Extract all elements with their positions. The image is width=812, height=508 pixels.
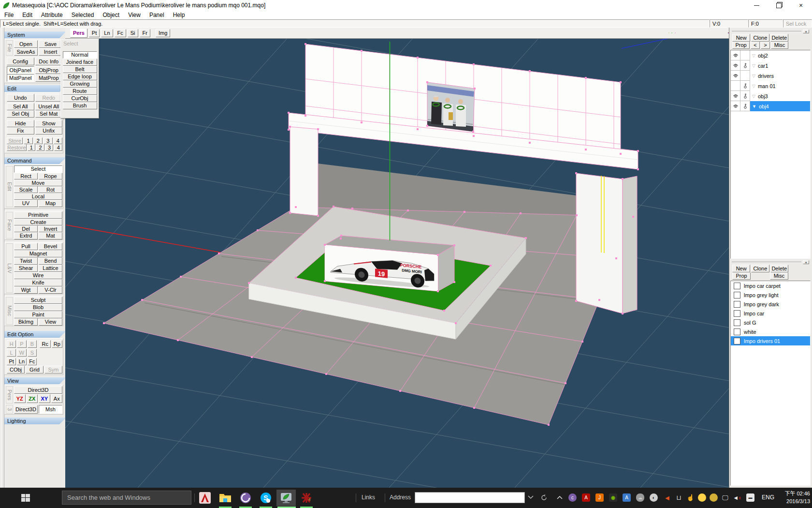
menu-file[interactable]: File (0, 11, 18, 19)
view2-group-tab[interactable]: 3 (6, 405, 13, 414)
rope-button[interactable]: Rope (39, 173, 62, 179)
tray-java-icon[interactable]: J (595, 493, 604, 502)
ln-tab[interactable]: Ln (101, 29, 113, 37)
primitive-button[interactable]: Primitive (14, 211, 62, 219)
lock-key-icon[interactable] (740, 50, 750, 60)
invert-button[interactable]: Invert (39, 225, 62, 232)
command-panel-header[interactable]: Command (4, 157, 66, 164)
ln-toggle[interactable]: Ln (17, 358, 26, 365)
taskbar-skype-icon[interactable]: S (256, 490, 276, 506)
object-clone-button[interactable]: Clone (751, 34, 769, 42)
material-row-selected[interactable]: lmpo drivers 01 (731, 336, 810, 345)
visibility-eye-icon[interactable] (731, 71, 740, 81)
sym-toggle[interactable]: Sym (44, 366, 62, 374)
store-slot-4[interactable]: 4 (54, 137, 62, 144)
wire-button[interactable]: Wire (14, 272, 62, 279)
pers-mode-tab[interactable]: Pers (70, 29, 87, 38)
ax-toggle[interactable]: Ax (51, 394, 63, 403)
tray-bittorrent-icon[interactable]: c (568, 493, 577, 502)
show-button[interactable]: Show (35, 120, 63, 127)
obj-panel-button[interactable]: ObjPanel (7, 66, 34, 74)
object-misc-button[interactable]: Misc (771, 42, 788, 49)
object-row-obj3[interactable]: ▽obj3 (731, 91, 810, 101)
menu-object[interactable]: Object (98, 11, 124, 19)
shear-button[interactable]: Shear (14, 265, 38, 272)
yz-view-button[interactable]: YZ (14, 394, 26, 403)
tray-dolby-icon[interactable]: ◐ (650, 493, 658, 502)
tray-onedrive-cloud-icon[interactable]: ☁ (636, 493, 644, 502)
material-swatch[interactable] (734, 338, 740, 344)
expand-triangle-icon[interactable]: ▽ (752, 63, 755, 68)
taskbar-red-app-icon[interactable]: 4 (297, 490, 316, 506)
knife-button[interactable]: Knife (14, 279, 62, 286)
tray-usb-icon[interactable]: ⊔ (675, 493, 683, 502)
object-row-obj4-selected[interactable]: ▼obj4 (731, 101, 810, 111)
edit-option-header[interactable]: Edit Option (4, 331, 66, 338)
store-slot-1[interactable]: 1 (24, 137, 32, 144)
material-swatch[interactable] (734, 292, 740, 299)
uv-button[interactable]: UV (14, 200, 38, 207)
grid-toggle[interactable]: Grid (26, 366, 44, 374)
taskbar-clock[interactable]: 下午 02:46 2016/3/13 (777, 490, 810, 505)
material-prop-button[interactable]: Prop (732, 272, 751, 280)
sculpt-button[interactable]: Sculpt (14, 297, 62, 304)
material-swatch[interactable] (734, 301, 740, 308)
restore-slot-2[interactable]: 2 (36, 144, 44, 151)
menu-panel[interactable]: Panel (145, 11, 169, 19)
paint-button[interactable]: Paint (14, 311, 62, 318)
img-tab[interactable]: Img (156, 29, 170, 37)
material-row[interactable]: white (731, 327, 810, 336)
expand-triangle-icon[interactable]: ▼ (752, 104, 756, 109)
map-button[interactable]: Map (39, 200, 62, 207)
object-next-button[interactable]: > (761, 42, 770, 49)
scale-button[interactable]: Scale (14, 186, 38, 193)
mat-panel-button[interactable]: MatPanel (7, 74, 34, 82)
tray-touch-icon[interactable]: ☝ (686, 493, 695, 502)
object-row-drivers[interactable]: ▽drivers (731, 71, 810, 81)
tray-expand-chevron-icon[interactable] (557, 495, 563, 499)
menu-edit[interactable]: Edit (18, 11, 37, 19)
pers-group-tab[interactable]: Pers (6, 386, 13, 403)
select-brush-button[interactable]: Brush (63, 102, 97, 109)
lighting-panel-header[interactable]: Lighting (4, 418, 66, 424)
tray-yellow-status-icon[interactable] (698, 493, 706, 502)
material-swatch[interactable] (734, 319, 740, 326)
sel-mat-button[interactable]: Sel Mat (35, 110, 63, 118)
move-button[interactable]: Move (14, 179, 62, 186)
material-swatch[interactable] (734, 310, 740, 317)
object-panel-splitter[interactable]: × (731, 30, 809, 33)
visibility-eye-icon[interactable] (731, 60, 740, 71)
taskbar-file-explorer-icon[interactable] (216, 490, 235, 506)
lattice-button[interactable]: Lattice (39, 265, 62, 272)
extrd-button[interactable]: Extrd (14, 232, 38, 239)
tray-network-icon[interactable]: 🖵 (721, 493, 729, 502)
material-row[interactable]: lmpo car (731, 309, 810, 318)
file-group-tab[interactable]: File (6, 40, 13, 56)
w-toggle[interactable]: W (17, 349, 26, 357)
material-row[interactable]: sol G (731, 318, 810, 327)
expand-triangle-icon[interactable]: ▽ (752, 74, 755, 78)
select-normal-button[interactable]: Normal (63, 51, 97, 59)
material-panel-close-icon[interactable]: × (803, 260, 809, 264)
fc-toggle[interactable]: Fc (28, 358, 37, 365)
object-row-obj2[interactable]: ▽obj2 (731, 50, 810, 60)
zx-view-button[interactable]: ZX (27, 394, 38, 403)
lock-key-icon[interactable] (740, 91, 750, 101)
expand-triangle-icon[interactable]: ▽ (752, 53, 755, 58)
menu-attribute[interactable]: Attribute (37, 11, 67, 19)
command-face-tab[interactable]: Face (6, 212, 13, 239)
del-button[interactable]: Del (14, 225, 38, 232)
b-toggle[interactable]: B (28, 340, 37, 348)
visibility-eye-icon[interactable] (731, 91, 740, 101)
view-panel-header[interactable]: View (4, 377, 66, 384)
material-row[interactable]: lmpo car carpet (731, 281, 810, 290)
tray-notification-icon[interactable]: ▬ (746, 493, 754, 502)
pan-tool-icon[interactable] (671, 29, 672, 37)
menu-view[interactable]: View (124, 11, 145, 19)
fix-button[interactable]: Fix (7, 127, 34, 134)
object-row-car1[interactable]: ▽car1 (731, 60, 810, 71)
material-swatch[interactable] (734, 283, 740, 289)
object-prev-button[interactable]: < (751, 42, 760, 49)
system-panel-header[interactable]: System (4, 31, 66, 38)
object-panel-close-icon[interactable]: × (803, 30, 809, 33)
